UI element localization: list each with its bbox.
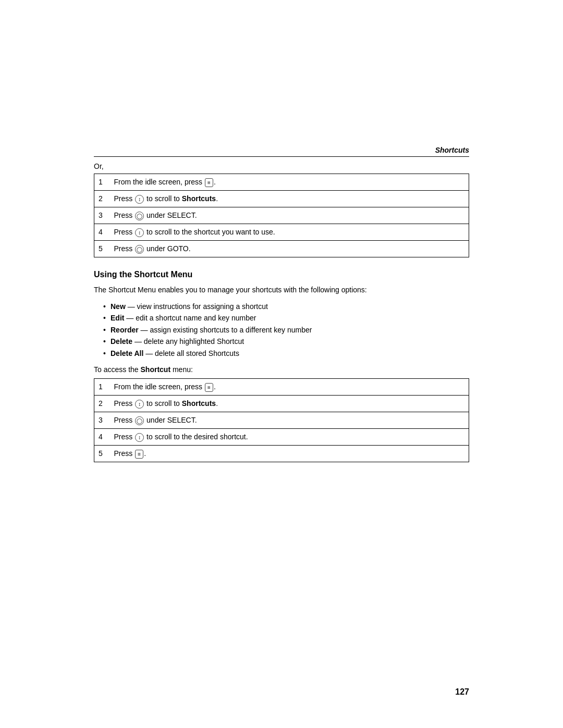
step-num: 3 [94,412,110,428]
section-heading: Using the Shortcut Menu [94,270,469,279]
page-container: Shortcuts Or, 1 From the idle screen, pr… [0,0,563,728]
scroll-icon: ↕ [135,228,144,237]
step-content: Press ◯ under SELECT. [110,207,469,224]
step-num: 1 [94,174,110,191]
bullet-bold: Delete All [111,349,143,357]
step-content: Press ◯ under SELECT. [110,412,469,428]
scroll-icon: ↕ [135,195,144,204]
scroll-icon: ↕ [135,400,144,409]
step-num: 4 [94,428,110,445]
bullet-list: New — view instructions for assigning a … [94,301,469,359]
step-num: 1 [94,378,110,395]
table-row: 1 From the idle screen, press ≡. [94,174,469,191]
shortcuts-bold: Shortcuts [182,399,216,408]
or-text: Or, [94,162,469,170]
step-content: Press ↕ to scroll to Shortcuts. [110,191,469,207]
select-icon: ◯ [135,416,144,425]
menu-icon: ≡ [205,383,213,392]
section-header-title: Shortcuts [435,146,469,154]
step-num: 2 [94,191,110,207]
step-num: 5 [94,445,110,462]
table-row: 3 Press ◯ under SELECT. [94,207,469,224]
bullet-bold: New [111,302,126,311]
steps-table-1: 1 From the idle screen, press ≡. 2 Press… [94,174,469,257]
table-row: 5 Press ≡. [94,445,469,462]
step-num: 4 [94,224,110,241]
list-item: Delete — delete any highlighted Shortcut [104,336,469,347]
step-content: Press ≡. [110,445,469,462]
step-num: 5 [94,241,110,257]
step-num: 2 [94,395,110,412]
menu-icon: ≡ [135,450,143,459]
section-header: Shortcuts [94,146,469,157]
bullet-bold: Reorder [111,326,139,334]
shortcuts-bold: Shortcuts [182,194,216,203]
table-row: 4 Press ↕ to scroll to the desired short… [94,428,469,445]
to-access-text: To access the Shortcut menu: [94,364,469,375]
section-intro: The Shortcut Menu enables you to manage … [94,285,469,295]
menu-icon: ≡ [205,178,213,187]
scroll-icon: ↕ [135,433,144,442]
step-content: Press ◯ under GOTO. [110,241,469,257]
step-content: From the idle screen, press ≡. [110,174,469,191]
list-item: Edit — edit a shortcut name and key numb… [104,312,469,324]
step-content: Press ↕ to scroll to the shortcut you wa… [110,224,469,241]
list-item: New — view instructions for assigning a … [104,301,469,312]
page-number: 127 [455,687,469,697]
list-item: Delete All — delete all stored Shortcuts [104,348,469,359]
step-content: From the idle screen, press ≡. [110,378,469,395]
step-content: Press ↕ to scroll to the desired shortcu… [110,428,469,445]
table-row: 3 Press ◯ under SELECT. [94,412,469,428]
table-row: 4 Press ↕ to scroll to the shortcut you … [94,224,469,241]
select-icon: ◯ [135,212,144,220]
shortcut-menu-bold: Shortcut [141,365,171,374]
table-row: 2 Press ↕ to scroll to Shortcuts. [94,191,469,207]
bullet-bold: Edit [111,314,124,322]
bullet-bold: Delete [111,337,132,346]
step-content: Press ↕ to scroll to Shortcuts. [110,395,469,412]
table-row: 2 Press ↕ to scroll to Shortcuts. [94,395,469,412]
steps-table-2: 1 From the idle screen, press ≡. 2 Press… [94,378,469,462]
table-row: 5 Press ◯ under GOTO. [94,241,469,257]
table-row: 1 From the idle screen, press ≡. [94,378,469,395]
step-num: 3 [94,207,110,224]
select-icon: ◯ [135,245,144,254]
content-area: Shortcuts Or, 1 From the idle screen, pr… [94,0,469,527]
list-item: Reorder — assign existing shortcuts to a… [104,324,469,336]
